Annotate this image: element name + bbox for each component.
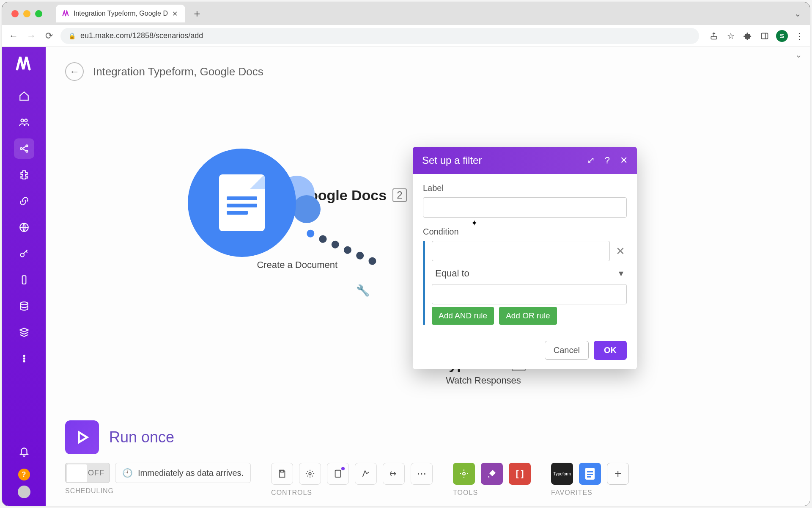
svg-point-9 (20, 253, 24, 257)
tool-purple-icon[interactable] (481, 463, 503, 485)
sidebar-notifications-icon[interactable] (14, 442, 34, 462)
dialog-header[interactable]: Set up a filter ⤢ ? ✕ (413, 147, 637, 174)
expand-icon[interactable]: ⤢ (587, 155, 595, 166)
dialog-title: Set up a filter (422, 155, 482, 166)
tool-green-icon[interactable] (453, 463, 475, 485)
url-text: eu1.make.com/12858/scenarios/add (80, 31, 203, 40)
notes-icon[interactable] (327, 463, 349, 485)
browser-menu-icon[interactable]: ⋮ (794, 30, 805, 41)
favorite-google-docs-icon[interactable] (579, 463, 601, 485)
cancel-button[interactable]: Cancel (545, 341, 589, 360)
label-input[interactable] (423, 197, 627, 218)
scheduling-description[interactable]: 🕘 Immediately as data arrives. (115, 463, 251, 483)
scenario-canvas[interactable]: ⌄ ← Integration Typeform, Google Docs (46, 47, 810, 506)
tabs-dropdown-icon[interactable]: ⌄ (794, 8, 801, 19)
sidepanel-icon[interactable] (759, 30, 770, 41)
operator-value: Equal to (435, 268, 469, 279)
browser-tab[interactable]: Integration Typeform, Google D ✕ (56, 5, 185, 22)
sidebar-user-avatar[interactable] (18, 486, 30, 498)
scheduling-toggle[interactable]: OFF (65, 463, 110, 483)
autoalign-icon[interactable] (355, 463, 377, 485)
explain-flow-icon[interactable] (383, 463, 405, 485)
sidebar-datastructures-icon[interactable] (14, 322, 34, 342)
browser-back-button[interactable]: ← (7, 30, 20, 42)
google-docs-icon[interactable] (188, 149, 296, 257)
window-minimize-icon[interactable] (23, 10, 30, 17)
svg-rect-10 (22, 276, 26, 284)
run-once-label: Run once (109, 428, 174, 446)
controls-section-label: CONTROLS (271, 489, 433, 497)
label-field-label: Label (423, 183, 627, 193)
help-icon[interactable]: ? (605, 155, 610, 166)
svg-rect-1 (762, 33, 768, 39)
favorites-section-label: FAVORITES (551, 489, 629, 497)
svg-point-3 (21, 119, 24, 122)
sidebar-help-icon[interactable]: ? (18, 469, 30, 480)
scheduling-desc-text: Immediately as data arrives. (138, 468, 244, 478)
sidebar-keys-icon[interactable] (14, 243, 34, 264)
svg-point-11 (20, 302, 27, 305)
sidebar-templates-icon[interactable] (14, 165, 34, 185)
add-and-rule-button[interactable]: Add AND rule (432, 307, 494, 325)
tool-red-icon[interactable]: [ ] (509, 463, 531, 485)
svg-rect-15 (280, 470, 283, 472)
browser-toolbar: ← → ⟳ 🔒 eu1.make.com/12858/scenarios/add… (2, 25, 810, 47)
tab-title: Integration Typeform, Google D (74, 10, 168, 17)
sidebar-devices-icon[interactable] (14, 270, 34, 290)
module-google-docs[interactable]: Google Docs 2 Create a Document (188, 149, 407, 271)
save-icon[interactable] (271, 463, 293, 485)
svg-point-12 (23, 355, 25, 356)
more-controls-icon[interactable]: ⋯ (411, 463, 433, 485)
sidebar-connections-icon[interactable] (14, 191, 34, 211)
browser-reload-button[interactable]: ⟳ (43, 30, 55, 42)
svg-point-7 (26, 150, 27, 152)
bottom-toolbar: Run once OFF 🕘 Immediately as data arriv… (46, 420, 810, 506)
profile-avatar[interactable]: S (776, 30, 788, 42)
wrench-icon[interactable]: 🔧 (356, 284, 370, 297)
window-zoom-icon[interactable] (35, 10, 42, 17)
scheduling-section-label: SCHEDULING (65, 487, 251, 495)
sidebar-home-icon[interactable] (14, 86, 34, 106)
svg-point-16 (309, 472, 311, 475)
sidebar-more-icon[interactable] (14, 348, 34, 369)
new-tab-button[interactable]: + (190, 7, 204, 20)
module-shadow-icon (293, 195, 321, 223)
extensions-icon[interactable] (742, 30, 753, 41)
svg-point-6 (26, 145, 27, 146)
module-index-badge: 2 (392, 188, 406, 202)
traffic-lights (11, 10, 42, 17)
window-close-icon[interactable] (11, 10, 19, 17)
add-favorite-button[interactable]: + (607, 463, 629, 485)
condition-left-input[interactable] (432, 241, 610, 261)
sidebar-team-icon[interactable] (14, 112, 34, 133)
add-or-rule-button[interactable]: Add OR rule (499, 307, 557, 325)
operator-select[interactable]: Equal to ▾ (432, 261, 627, 284)
run-once-button[interactable] (65, 420, 99, 454)
address-bar[interactable]: 🔒 eu1.make.com/12858/scenarios/add (60, 28, 699, 44)
chevron-down-icon: ▾ (619, 268, 623, 279)
scheduling-state: OFF (88, 469, 104, 478)
ok-button[interactable]: OK (594, 341, 627, 360)
condition-right-input[interactable] (432, 284, 627, 304)
svg-point-13 (23, 358, 25, 359)
bookmark-star-icon[interactable]: ☆ (725, 30, 736, 41)
settings-icon[interactable] (299, 463, 321, 485)
svg-point-14 (23, 361, 25, 362)
svg-point-18 (463, 472, 465, 475)
make-favicon-icon (62, 10, 69, 17)
browser-forward-button[interactable]: → (25, 30, 38, 42)
app-sidebar: ? (2, 47, 46, 506)
sidebar-webhooks-icon[interactable] (14, 217, 34, 237)
svg-rect-17 (335, 470, 341, 478)
share-icon[interactable] (708, 30, 719, 41)
clock-icon: 🕘 (122, 468, 133, 478)
sidebar-datastores-icon[interactable] (14, 296, 34, 316)
remove-condition-icon[interactable]: ✕ (614, 245, 627, 258)
sidebar-scenarios-icon[interactable] (14, 138, 34, 159)
tab-close-icon[interactable]: ✕ (172, 10, 178, 18)
favorite-typeform-icon[interactable]: Typeform (551, 463, 573, 485)
close-icon[interactable]: ✕ (620, 155, 628, 166)
tools-section-label: TOOLS (453, 489, 531, 497)
make-logo-icon[interactable] (13, 52, 35, 74)
module-subtitle: Watch Responses (418, 375, 549, 386)
